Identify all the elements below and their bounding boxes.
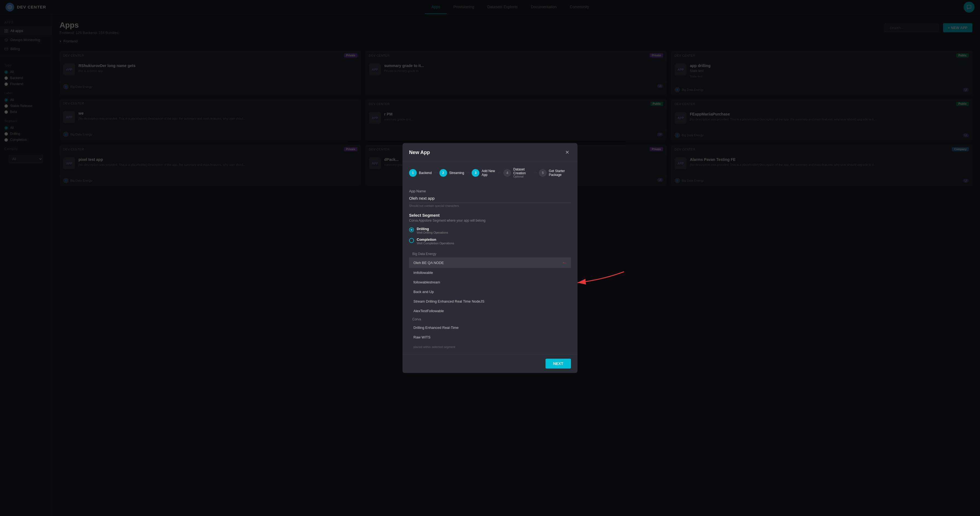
- modal-footer: NEXT: [402, 354, 578, 373]
- dropdown-item[interactable]: Stream Drilling Enhanced Real Time NodeJ…: [409, 296, 571, 306]
- step-label-main: Streaming: [449, 171, 464, 175]
- step-label-main: Add New App: [482, 169, 496, 177]
- dropdown-section: Big Data EnergyOleh BE QA NODE←imfollowa…: [409, 250, 571, 342]
- app-name-label: App Name: [409, 189, 571, 193]
- dropdown-item[interactable]: Oleh BE QA NODE←: [409, 258, 571, 268]
- dropdown-item[interactable]: Drilling Enhanced Real-Time: [409, 323, 571, 333]
- step-label-4: Dataset Creation Optional: [513, 167, 531, 178]
- step-label-3: Add New App: [482, 169, 496, 177]
- segment-completion-option[interactable]: Completion Well Completion Operations: [409, 237, 571, 245]
- next-button[interactable]: NEXT: [546, 359, 571, 368]
- step-4: 4 Dataset Creation Optional: [503, 167, 531, 178]
- step-circle-5: 5: [539, 169, 547, 177]
- step-label-main: Backend: [419, 171, 432, 175]
- dropdown-item[interactable]: followablestream: [409, 277, 571, 287]
- step-label-1: Backend: [419, 171, 432, 175]
- step-label-2: Streaming: [449, 171, 464, 175]
- dropdown-item[interactable]: Raw WITS: [409, 333, 571, 342]
- segment-group: Select Segment Corva Appstore Segment wh…: [409, 213, 571, 245]
- step-circle-1: 1: [409, 169, 417, 177]
- modal-header: New App ✕: [402, 143, 578, 162]
- step-sublabel: Optional: [513, 175, 531, 178]
- dropdown-group-label: Big Data Energy: [409, 250, 571, 258]
- modal-overlay[interactable]: New App ✕ 1 Backend 2 Streaming: [0, 0, 980, 516]
- segment-completion-label: Completion: [417, 237, 454, 242]
- dropdown-item[interactable]: Back and Up: [409, 287, 571, 296]
- segment-title: Select Segment: [409, 213, 571, 218]
- step-circle-2: 2: [439, 169, 447, 177]
- step-circle-3: 3: [472, 169, 479, 177]
- modal-close-button[interactable]: ✕: [563, 148, 571, 156]
- app-name-hint: Should not contain special characters: [409, 204, 571, 207]
- step-circle-4: 4: [503, 169, 511, 177]
- step-2: 2 Streaming: [439, 169, 464, 177]
- segment-drilling-option[interactable]: Drilling Well Drilling Operations: [409, 227, 571, 234]
- segment-completion-text: Completion Well Completion Operations: [417, 237, 454, 245]
- segment-completion-radio[interactable]: [409, 238, 414, 243]
- step-1: 1 Backend: [409, 169, 432, 177]
- dropdown-item[interactable]: imfollowable: [409, 268, 571, 277]
- modal-title: New App: [409, 150, 430, 155]
- app-name-group: App Name Should not contain special char…: [409, 189, 571, 207]
- segment-drilling-radio[interactable]: [409, 227, 414, 232]
- step-label-5: Get Starter Package: [549, 169, 571, 177]
- app-name-input[interactable]: [409, 195, 571, 203]
- segment-sub: Corva Appstore Segment where your app wi…: [409, 218, 571, 223]
- step-3: 3 Add New App: [472, 169, 496, 177]
- new-app-modal: New App ✕ 1 Backend 2 Streaming: [402, 143, 578, 373]
- selected-arrow: ←: [562, 260, 566, 265]
- arrow-indicator: [569, 269, 630, 292]
- stepper: 1 Backend 2 Streaming 3 Add New App: [402, 162, 578, 183]
- red-arrow-svg: [569, 269, 630, 291]
- segment-completion-sublabel: Well Completion Operations: [417, 242, 454, 245]
- dropdown-group-label-2: Corva: [409, 316, 571, 323]
- dropdown-item[interactable]: AlexTestFollowable: [409, 306, 571, 316]
- step-label-main: Get Starter Package: [549, 169, 571, 177]
- segment-drilling-text: Drilling Well Drilling Operations: [417, 227, 448, 234]
- placed-note: placed within selected segment: [409, 345, 571, 349]
- segment-drilling-label: Drilling: [417, 227, 448, 231]
- segment-drilling-sublabel: Well Drilling Operations: [417, 231, 448, 234]
- step-label-main: Dataset Creation: [513, 167, 531, 175]
- modal-body: App Name Should not contain special char…: [402, 183, 578, 354]
- step-5: 5 Get Starter Package: [539, 169, 571, 177]
